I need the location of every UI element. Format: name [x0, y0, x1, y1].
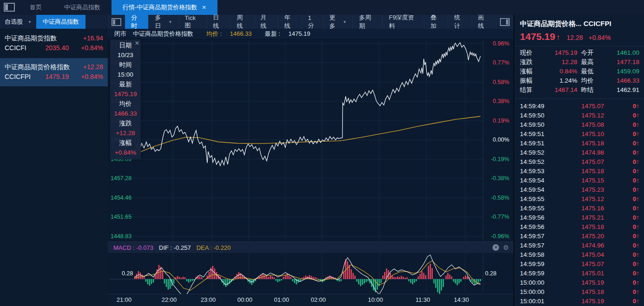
tick-time: 14:59:50: [520, 121, 556, 128]
period-tab-Tick图[interactable]: Tick图: [179, 15, 207, 29]
gear-icon[interactable]: ⚙: [503, 244, 509, 251]
watchlist-tab-csi-commodity[interactable]: 中证商品指数: [36, 15, 85, 29]
period-tab-更多[interactable]: 更多▼: [323, 15, 353, 29]
up-arrow-icon: ↑: [636, 186, 639, 193]
intraday-chart[interactable]: [108, 39, 513, 306]
stat-label: 昨结: [581, 85, 598, 95]
tick-row: 15:00:011475.190↑: [514, 296, 644, 306]
period-tab-日线[interactable]: 日线: [207, 15, 230, 29]
tick-list[interactable]: 14:59:491475.070↑14:59:501475.120↑14:59:…: [514, 101, 644, 306]
period-tab-多日[interactable]: 多日▼: [149, 15, 178, 29]
top-tab-bar: 首页中证商品指数行情-中证商品期货价格指数✕: [0, 0, 644, 15]
instrument-change: +16.94: [83, 33, 103, 43]
period-tab-label: 更多: [329, 13, 340, 30]
top-tab-active[interactable]: 行情-中证商品期货价格指数✕: [112, 0, 217, 15]
time-axis-label: 10:00: [368, 296, 383, 303]
stat-label: 今开: [581, 48, 598, 58]
macd-axis-left: 0.28: [122, 270, 146, 277]
instrument-change: +12.28: [83, 62, 103, 72]
tick-price: 1475.08: [556, 121, 625, 128]
period-tab-label: Tick图: [185, 14, 201, 30]
stat-value: 12.28: [539, 58, 578, 67]
tick-volume: 0↑: [625, 149, 639, 156]
tick-volume: 0↑: [625, 112, 639, 119]
collapse-left-panel-icon[interactable]: [112, 18, 121, 26]
avg-price-status: 均价 : 1466.33: [200, 30, 252, 38]
period-tab-label: 多周期: [359, 13, 376, 30]
top-tab-item[interactable]: 中证商品指数: [53, 0, 112, 15]
tick-time: 15:00:00: [520, 279, 556, 286]
app-window-icon[interactable]: [4, 3, 15, 12]
period-tab-1分[interactable]: 1分: [302, 15, 323, 29]
tick-price: 1475.18: [556, 140, 625, 147]
period-tab-分时[interactable]: 分时: [125, 15, 149, 29]
tick-time: 14:59:54: [520, 186, 556, 193]
period-tab-label: 周线: [237, 13, 248, 30]
tooltip-value: 1475.19: [110, 89, 141, 99]
up-arrow-icon: ↑: [636, 168, 639, 175]
period-tab-label: 日线: [213, 13, 224, 30]
instrument-code: CCICFI: [5, 43, 26, 53]
chart-toolbar: 分时多日▼Tick图日线周线月线年线1分更多▼多周期 F9深度资料叠加统计画线: [108, 15, 513, 29]
quote-stats-grid: 现价1475.19今开1461.00涨跌12.28最高1477.18涨幅0.84…: [520, 48, 639, 95]
watchlist-group-dropdown[interactable]: 自选股 ▼: [0, 15, 36, 29]
tooltip-label: 时间: [110, 60, 141, 70]
tick-time: 14:59:50: [520, 112, 556, 119]
price-axis-label: 1448.83: [111, 233, 137, 240]
period-tab-label: 年线: [284, 13, 296, 30]
period-tab-月线[interactable]: 月线: [255, 15, 278, 29]
top-tab-label: 首页: [30, 3, 42, 12]
tick-volume: 0↑: [625, 195, 639, 202]
pct-axis-label: -0.77%: [485, 213, 509, 221]
tooltip-close-icon[interactable]: ✕: [135, 40, 139, 46]
up-arrow-icon: ↑: [636, 112, 639, 119]
quote-change: 12.28: [566, 34, 583, 41]
tick-time: 14:59:55: [520, 205, 556, 212]
stat-label: 均价: [581, 76, 598, 85]
period-tab-多周期[interactable]: 多周期: [353, 15, 382, 29]
watchlist-tab-label: 中证商品指数: [43, 18, 79, 26]
top-tab-item[interactable]: 首页: [19, 0, 53, 15]
tick-time: 14:59:59: [520, 270, 556, 277]
tick-time: 14:59:54: [520, 177, 556, 184]
period-tab-周线[interactable]: 周线: [230, 15, 254, 29]
toolbar-right-group: F9深度资料叠加统计画线: [382, 15, 513, 29]
pct-axis-label: 0.58%: [485, 78, 509, 86]
tick-row: 15:00:001475.190↑: [514, 278, 644, 287]
tick-price: 1475.19: [556, 298, 625, 305]
toolbar-button-F9深度资料[interactable]: F9深度资料: [382, 15, 424, 29]
tick-price: 1475.10: [556, 130, 625, 137]
collapse-right-panel-icon[interactable]: [500, 18, 510, 26]
tick-row: 14:59:561475.180↑: [514, 222, 644, 231]
tick-volume: 0↑: [625, 298, 639, 305]
tick-row: 14:59:541475.230↑: [514, 185, 644, 194]
chart-instrument-name: 中证商品期货价格指数: [133, 30, 193, 38]
instrument-pct: +0.84%: [81, 43, 103, 53]
time-axis-label: 14:30: [454, 296, 469, 303]
tooltip-value: 10/23: [110, 50, 141, 60]
stat-label: 涨跌: [520, 58, 536, 67]
watchlist-item[interactable]: 中证商品期货指数+16.94CCICFI2035.40+0.84%: [0, 29, 108, 58]
toolbar-button-画线[interactable]: 画线: [472, 15, 495, 29]
tick-time: 14:59:52: [520, 158, 556, 165]
toolbar-button-叠加[interactable]: 叠加: [424, 15, 447, 29]
pct-axis-label: 0.00%: [485, 136, 509, 143]
stat-value: 1475.19: [539, 48, 578, 58]
close-indicator-icon[interactable]: ✕: [493, 244, 499, 251]
tick-row: 14:59:531475.180↑: [514, 166, 644, 176]
up-arrow-icon: ↑: [636, 223, 639, 230]
tick-price: 1475.07: [556, 103, 625, 110]
stat-label: 现价: [520, 48, 536, 58]
watchlist-items: 中证商品期货指数+16.94CCICFI2035.40+0.84%中证商品期货价…: [0, 29, 108, 87]
close-icon[interactable]: ✕: [202, 4, 206, 11]
tick-volume: 0↑: [625, 168, 639, 175]
tick-price: 1474.98: [556, 149, 625, 156]
pct-axis-label: 0.38%: [485, 98, 509, 105]
period-tab-年线[interactable]: 年线: [278, 15, 302, 29]
tick-volume: 0↑: [625, 223, 639, 230]
stat-value: 0.84%: [539, 67, 578, 76]
watchlist-item-row2: CCICFPI1475.19+0.84%: [5, 72, 103, 82]
toolbar-button-统计[interactable]: 统计: [447, 15, 471, 29]
watchlist-item[interactable]: 中证商品期货价格指数+12.28CCICFPI1475.19+0.84%: [0, 58, 108, 87]
tooltip-label: 涨跌: [110, 118, 141, 128]
